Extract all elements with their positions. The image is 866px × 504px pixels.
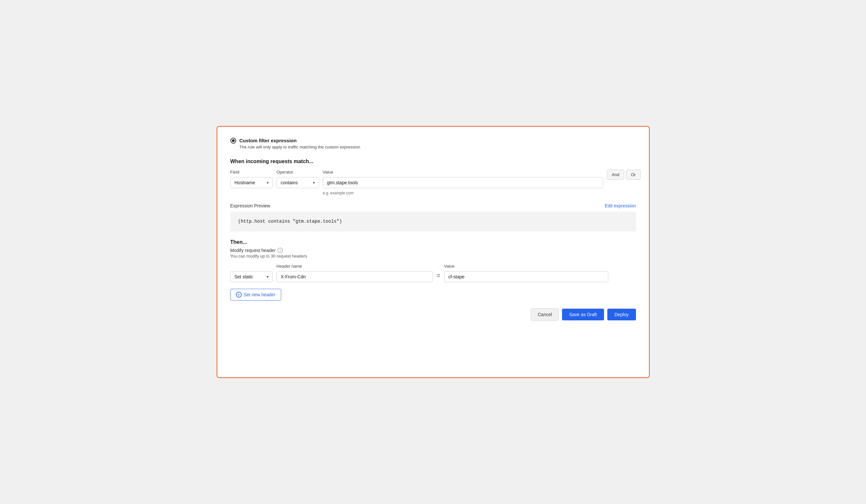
- set-new-header-label: Set new header: [244, 292, 276, 297]
- or-button[interactable]: Or: [626, 170, 641, 180]
- value-field-wrapper: Value e.g. example.com: [323, 170, 603, 195]
- then-title: Then...: [230, 239, 636, 245]
- expression-preview-section: Expression Preview Edit expression (http…: [230, 203, 636, 231]
- header-value-group: Value: [444, 264, 608, 282]
- action-select[interactable]: Set static Set dynamic Remove: [230, 271, 273, 282]
- header-name-group: Header name: [277, 264, 433, 282]
- cancel-button[interactable]: Cancel: [531, 308, 559, 321]
- expression-box: (http.host contains "gtm.stape.tools"): [230, 211, 636, 231]
- save-as-draft-button[interactable]: Save as Draft: [562, 309, 604, 320]
- action-select-wrapper: Set static Set dynamic Remove ▼: [230, 271, 273, 282]
- value-input[interactable]: [323, 177, 603, 188]
- header-value-input[interactable]: [444, 271, 608, 282]
- equals-sign: =: [437, 272, 441, 282]
- header-value-label: Value: [444, 264, 608, 268]
- and-button[interactable]: And: [607, 170, 624, 180]
- value-label: Value: [323, 170, 603, 174]
- modify-header-label: Modify request header: [230, 248, 276, 253]
- and-or-buttons: And Or: [607, 170, 641, 180]
- custom-filter-option[interactable]: Custom filter expression The rule will o…: [230, 137, 636, 149]
- header-name-input[interactable]: [277, 271, 433, 282]
- radio-subtitle: The rule will only apply to traffic matc…: [240, 145, 360, 149]
- plus-circle-icon: +: [236, 292, 242, 298]
- operator-select-wrapper: contains ▼: [277, 177, 319, 188]
- modify-subtitle: You can modify up to 30 request headers: [230, 254, 636, 259]
- expression-header: Expression Preview Edit expression: [230, 203, 636, 208]
- action-bar: Cancel Save as Draft Deploy: [230, 308, 636, 321]
- deploy-button[interactable]: Deploy: [607, 309, 636, 320]
- field-label: Field: [230, 170, 273, 174]
- then-section: Then... Modify request header i You can …: [230, 239, 636, 300]
- set-new-header-button[interactable]: + Set new header: [230, 289, 281, 300]
- main-panel: Custom filter expression The rule will o…: [216, 126, 650, 378]
- header-name-label: Header name: [277, 264, 433, 268]
- filter-row: Field Hostname ▼ Operator contains ▼ Val…: [230, 170, 636, 195]
- edit-expression-link[interactable]: Edit expression: [605, 203, 636, 208]
- value-hint: e.g. example.com: [323, 191, 603, 195]
- radio-title: Custom filter expression: [240, 137, 360, 144]
- operator-group: Operator contains ▼: [277, 170, 319, 188]
- header-fields-row: Set static Set dynamic Remove ▼ Header n…: [230, 264, 636, 282]
- operator-label: Operator: [277, 170, 319, 174]
- field-select-wrapper: Hostname ▼: [230, 177, 273, 188]
- when-section-title: When incoming requests match...: [230, 159, 636, 164]
- info-icon[interactable]: i: [278, 248, 283, 253]
- action-group: Set static Set dynamic Remove ▼: [230, 271, 273, 282]
- expression-preview-label: Expression Preview: [230, 203, 270, 208]
- modify-header-row: Modify request header i: [230, 248, 636, 253]
- field-select[interactable]: Hostname: [230, 177, 273, 188]
- radio-button[interactable]: [230, 138, 236, 144]
- field-group: Field Hostname ▼: [230, 170, 273, 188]
- operator-select[interactable]: contains: [277, 177, 319, 188]
